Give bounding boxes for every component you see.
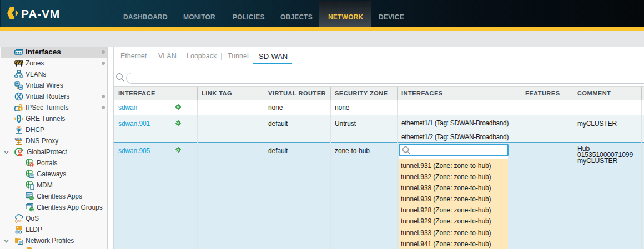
svg-text:QoS: QoS xyxy=(15,219,23,223)
svg-text:DNS: DNS xyxy=(15,137,22,140)
